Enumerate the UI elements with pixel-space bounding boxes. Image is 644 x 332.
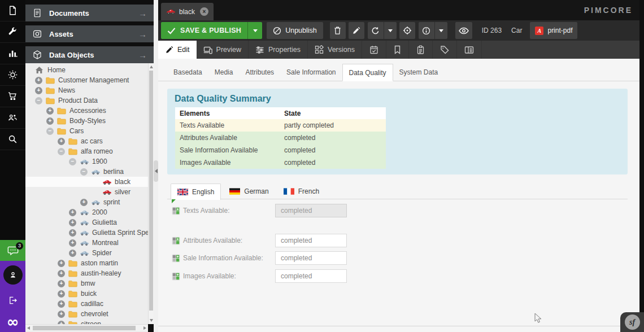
tree-item-austin-healey[interactable]: +austin-healey — [25, 268, 148, 278]
tree-item-chevrolet[interactable]: +chevrolet — [25, 309, 148, 319]
expand-plus-icon[interactable]: + — [58, 270, 65, 277]
accordion-documents[interactable]: Documents → — [25, 5, 154, 21]
expand-plus-icon[interactable]: + — [58, 260, 65, 267]
tree-item-customer-management[interactable]: +Customer Management — [25, 75, 148, 85]
vertical-scroll-thumb[interactable] — [149, 71, 153, 311]
language-tab-german[interactable]: German — [223, 184, 275, 199]
expand-plus-icon[interactable]: + — [58, 300, 65, 308]
tree-item-2000[interactable]: +2000 — [25, 207, 148, 217]
view-tab-clipboard-button[interactable] — [409, 41, 433, 59]
expand-plus-icon[interactable]: + — [58, 280, 65, 287]
refresh-button[interactable] — [368, 22, 384, 39]
rail-users-button[interactable] — [0, 107, 25, 129]
tree-item-1900[interactable]: −1900 — [25, 156, 148, 167]
expand-plus-icon[interactable]: + — [69, 219, 76, 226]
view-tab-versions[interactable]: Versions — [308, 41, 362, 59]
target-button[interactable] — [399, 22, 415, 39]
expand-plus-icon[interactable]: + — [46, 107, 54, 115]
view-tab-bookmark-button[interactable] — [386, 41, 409, 59]
layout-tab-data-quality[interactable]: Data Quality — [342, 64, 393, 81]
pimcore-logo-button[interactable]: ∞ — [0, 312, 25, 332]
field-input-sale-information-available[interactable]: completed — [275, 251, 347, 265]
accordion-data-objects[interactable]: Data Objects → — [25, 46, 154, 63]
tab-black[interactable]: black × — [161, 3, 214, 20]
rail-cart-button[interactable] — [0, 86, 25, 107]
tree-item-sprint[interactable]: +sprint — [25, 197, 148, 207]
tree-item-gulietta-sprint-specia[interactable]: +Gulietta Sprint Specia — [25, 228, 148, 238]
info-button[interactable] — [419, 22, 434, 39]
save-publish-button[interactable]: SAVE & PUBLISH — [161, 22, 247, 39]
panel-collapse-handle[interactable] — [154, 160, 158, 182]
expand-plus-icon[interactable]: + — [46, 117, 54, 125]
scroll-down-arrow-icon[interactable] — [150, 319, 153, 322]
tree-item-spider[interactable]: +Spider — [25, 248, 148, 258]
scroll-up-arrow-icon[interactable] — [150, 65, 153, 68]
scroll-right-arrow-icon[interactable] — [143, 326, 146, 330]
rail-wrench-button[interactable] — [0, 21, 25, 43]
expand-plus-icon[interactable]: + — [69, 209, 76, 216]
tree-item-giulietta[interactable]: +Giulietta — [25, 217, 148, 228]
trash-button[interactable] — [330, 22, 346, 39]
tree-item-cars[interactable]: −Cars — [25, 126, 148, 136]
expand-plus-icon[interactable]: + — [58, 311, 65, 318]
tree-item-home[interactable]: Home — [25, 65, 148, 75]
tree-item-silver[interactable]: silver — [25, 187, 148, 197]
tree-item-ac-cars[interactable]: +ac cars — [25, 136, 148, 146]
view-tab-preview[interactable]: Preview — [197, 41, 249, 59]
tab-close-icon[interactable]: × — [200, 7, 208, 16]
pencil-button[interactable] — [349, 22, 364, 39]
tree-item-body-styles[interactable]: +Body-Styles — [25, 116, 148, 126]
view-tab-tag-button[interactable] — [433, 41, 457, 59]
notifications-button[interactable]: 3 — [0, 240, 25, 261]
field-input-attributes-available[interactable]: completed — [275, 234, 347, 247]
tree-item-product-data[interactable]: −Product Data — [25, 95, 148, 106]
tree-item-buick[interactable]: +buick — [25, 289, 148, 299]
refresh-dropdown[interactable] — [384, 22, 397, 39]
expand-plus-icon[interactable]: + — [35, 87, 42, 94]
collapse-minus-icon[interactable]: − — [35, 97, 42, 104]
accordion-assets[interactable]: Assets → — [25, 25, 154, 42]
expand-plus-icon[interactable]: + — [35, 77, 42, 84]
expand-plus-icon[interactable]: + — [69, 239, 76, 247]
rail-chart-button[interactable] — [0, 43, 25, 64]
language-tab-french[interactable]: French — [277, 184, 325, 199]
expand-plus-icon[interactable]: + — [58, 138, 65, 145]
collapse-minus-icon[interactable]: − — [80, 168, 88, 176]
view-tab-properties[interactable]: Properties — [249, 41, 308, 59]
tree-item-montreal[interactable]: +Montreal — [25, 238, 148, 248]
tree-vertical-scrollbar[interactable] — [148, 63, 154, 324]
symfony-debug-button[interactable]: sf — [620, 312, 644, 332]
tree-item-accessories[interactable]: +Accessories — [25, 106, 148, 116]
expand-plus-icon[interactable]: + — [80, 199, 88, 206]
account-button[interactable] — [0, 261, 25, 289]
layout-tab-sale-information[interactable]: Sale Information — [280, 64, 342, 81]
collapse-minus-icon[interactable]: − — [58, 148, 65, 155]
scroll-left-arrow-icon[interactable] — [27, 326, 30, 330]
view-tab-layout-button[interactable] — [457, 41, 482, 59]
save-options-dropdown[interactable] — [247, 22, 262, 39]
eye-button[interactable] — [455, 22, 472, 39]
layout-tab-system-data[interactable]: System Data — [393, 64, 445, 81]
unpublish-button[interactable]: Unpublish — [267, 22, 323, 39]
expand-plus-icon[interactable]: + — [69, 250, 76, 257]
view-tab-edit[interactable]: Edit — [158, 41, 197, 59]
rail-gear-button[interactable] — [0, 64, 25, 86]
horizontal-scroll-thumb[interactable] — [33, 326, 136, 330]
tree-item-black[interactable]: black — [25, 177, 148, 187]
print-pdf-button[interactable]: A print-pdf — [530, 22, 577, 39]
collapse-minus-icon[interactable]: − — [46, 128, 54, 135]
expand-plus-icon[interactable]: + — [58, 290, 65, 298]
view-tab-calendar-button[interactable] — [362, 41, 386, 59]
info-dropdown[interactable] — [434, 22, 447, 39]
collapse-minus-icon[interactable]: − — [69, 158, 76, 165]
rail-file-button[interactable] — [0, 0, 25, 21]
tree-item-news[interactable]: +News — [25, 85, 148, 95]
tree-item-cadillac[interactable]: +cadillac — [25, 299, 148, 309]
expand-plus-icon[interactable]: + — [69, 229, 76, 237]
language-tab-english[interactable]: English — [171, 184, 221, 200]
rail-search-button[interactable] — [0, 129, 25, 150]
tree-item-bmw[interactable]: +bmw — [25, 278, 148, 289]
logout-button[interactable] — [0, 289, 25, 312]
field-input-images-available[interactable]: completed — [275, 269, 347, 283]
layout-tab-basedata[interactable]: Basedata — [167, 64, 208, 81]
